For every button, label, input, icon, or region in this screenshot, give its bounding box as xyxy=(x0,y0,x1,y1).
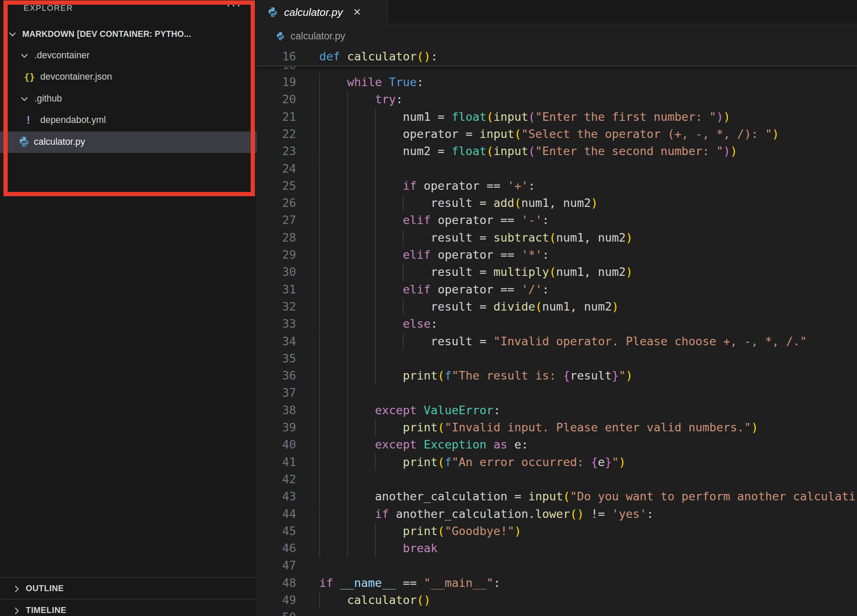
code-line-37[interactable]: 37 xyxy=(258,384,857,401)
line-number: 30 xyxy=(258,263,296,281)
chevron-right-icon xyxy=(12,584,21,594)
line-number: 46 xyxy=(258,540,296,557)
code-text: def calculator(): xyxy=(319,48,437,65)
line-number: 39 xyxy=(258,419,296,436)
python-file-icon xyxy=(18,136,31,149)
explorer-actions-icon[interactable]: ··· xyxy=(226,0,242,12)
close-icon[interactable]: ✕ xyxy=(353,6,361,18)
tree-item--github[interactable]: .github xyxy=(0,88,257,110)
line-number: 49 xyxy=(258,592,296,609)
line-number: 38 xyxy=(258,402,296,419)
explorer-sidebar: EXPLORER ··· MARKDOWN [DEV CONTAINER: PY… xyxy=(0,0,257,616)
code-text: print(f"An error occurred: {e}") xyxy=(319,454,626,471)
code-line-47[interactable]: 47 xyxy=(258,557,857,574)
code-text: num2 = float(input("Enter the second num… xyxy=(319,143,737,160)
code-line-44[interactable]: 44 if another_calculation.lower() != 'ye… xyxy=(258,505,857,523)
indent-guide xyxy=(319,471,320,488)
code-line-41[interactable]: 41 print(f"An error occurred: {e}") xyxy=(258,454,857,471)
code-line-19[interactable]: 19 while True: xyxy=(258,74,857,91)
python-icon xyxy=(276,31,285,41)
explorer-title: EXPLORER xyxy=(24,3,73,13)
line-number: 35 xyxy=(258,350,296,367)
indent-guide xyxy=(347,471,348,488)
code-line-34[interactable]: 34 result = "Invalid operator. Please ch… xyxy=(258,333,857,350)
line-number: 48 xyxy=(258,574,296,592)
code-line-31[interactable]: 31 elif operator == '/': xyxy=(258,281,857,298)
indent-guide xyxy=(319,160,320,177)
breadcrumb-file-item[interactable]: calculator.py xyxy=(291,30,345,42)
outline-panel-header[interactable]: OUTLINE xyxy=(0,577,257,599)
line-number: 45 xyxy=(258,523,296,540)
tab-calculator-py[interactable]: calculator.py ✕ xyxy=(258,0,388,24)
line-number: 42 xyxy=(258,471,296,488)
code-line-49[interactable]: 49 calculator() xyxy=(258,592,857,609)
line-number: 41 xyxy=(258,454,296,471)
code-line-46[interactable]: 46 break xyxy=(258,540,857,557)
code-text: num1 = float(input("Enter the first numb… xyxy=(319,108,730,126)
editor-group: calculator.py ✕ calculator.py 1819 while… xyxy=(258,0,857,616)
code-line-32[interactable]: 32 result = divide(num1, num2) xyxy=(258,298,857,315)
code-line-35[interactable]: 35 xyxy=(258,350,857,367)
code-line-30[interactable]: 30 result = multiply(num1, num2) xyxy=(258,263,857,281)
tree-item-label: devcontainer.json xyxy=(40,72,112,82)
indent-guide xyxy=(347,384,348,401)
line-number: 16 xyxy=(258,48,296,65)
tree-item-devcontainer-json[interactable]: {}devcontainer.json xyxy=(0,66,257,88)
code-line-29[interactable]: 29 elif operator == '*': xyxy=(258,246,857,263)
code-line-43[interactable]: 43 another_calculation = input("Do you w… xyxy=(258,488,857,505)
line-number: 36 xyxy=(258,367,296,384)
line-number: 40 xyxy=(258,436,296,453)
code-line-22[interactable]: 22 operator = input("Select the operator… xyxy=(258,126,857,143)
code-text: if __name__ == "__main__": xyxy=(319,574,500,592)
code-line-23[interactable]: 23 num2 = float(input("Enter the second … xyxy=(258,143,857,160)
line-number: 23 xyxy=(258,143,296,160)
code-text: while True: xyxy=(319,74,424,91)
tree-item-label: calculator.py xyxy=(34,137,85,147)
code-line-24[interactable]: 24 xyxy=(258,160,857,177)
code-line-21[interactable]: 21 num1 = float(input("Enter the first n… xyxy=(258,108,857,126)
code-editor[interactable]: 1819 while True:20 try:21 num1 = float(i… xyxy=(258,48,857,616)
line-number: 47 xyxy=(258,557,296,574)
code-line-33[interactable]: 33 else: xyxy=(258,315,857,332)
dependabot-file-icon: ! xyxy=(27,114,39,127)
sticky-scroll-line[interactable]: 16def calculator(): xyxy=(258,48,857,66)
code-text: elif operator == '-': xyxy=(319,212,549,229)
tree-item--devcontainer[interactable]: .devcontainer xyxy=(0,45,257,66)
tree-item-label: .devcontainer xyxy=(34,50,90,61)
code-line-38[interactable]: 38 except ValueError: xyxy=(258,402,857,419)
code-line-40[interactable]: 40 except Exception as e: xyxy=(258,436,857,453)
code-line-42[interactable]: 42 xyxy=(258,471,857,488)
python-file-icon xyxy=(276,31,285,41)
code-text: if another_calculation.lower() != 'yes': xyxy=(319,505,653,523)
code-text: operator = input("Select the operator (+… xyxy=(319,126,779,143)
code-line-26[interactable]: 26 result = add(num1, num2) xyxy=(258,194,857,212)
code-line-25[interactable]: 25 if operator == '+': xyxy=(258,177,857,194)
tab-title: calculator.py xyxy=(284,6,343,18)
code-line-50[interactable]: 50 xyxy=(258,609,857,616)
code-text: else: xyxy=(319,315,437,332)
code-text: another_calculation = input("Do you want… xyxy=(319,488,856,505)
python-icon xyxy=(18,136,30,148)
workspace-section-header[interactable]: MARKDOWN [DEV CONTAINER: PYTHO... xyxy=(0,24,257,45)
line-number: 25 xyxy=(258,177,296,194)
code-text: result = subtract(num1, num2) xyxy=(319,229,633,246)
code-line-20[interactable]: 20 try: xyxy=(258,91,857,108)
indent-guide xyxy=(319,350,320,367)
tree-item-dependabot-yml[interactable]: !dependabot.yml xyxy=(0,110,257,131)
code-line-45[interactable]: 45 print("Goodbye!") xyxy=(258,523,857,540)
code-line-39[interactable]: 39 print("Invalid input. Please enter va… xyxy=(258,419,857,436)
code-text: print("Invalid input. Please enter valid… xyxy=(319,419,758,436)
line-number: 19 xyxy=(258,74,296,91)
tree-item-label: .github xyxy=(34,93,62,104)
code-line-27[interactable]: 27 elif operator == '-': xyxy=(258,212,857,229)
indent-guide xyxy=(347,350,348,367)
timeline-panel-header[interactable]: TIMELINE xyxy=(0,599,257,616)
breadcrumb: calculator.py xyxy=(258,24,857,48)
tree-item-calculator-py[interactable]: calculator.py xyxy=(0,132,257,153)
code-line-36[interactable]: 36 print(f"The result is: {result}") xyxy=(258,367,857,384)
chevron-down-icon xyxy=(20,51,29,60)
line-number: 28 xyxy=(258,229,296,246)
code-line-48[interactable]: 48if __name__ == "__main__": xyxy=(258,574,857,592)
code-line-28[interactable]: 28 result = subtract(num1, num2) xyxy=(258,229,857,246)
code-text: if operator == '+': xyxy=(319,177,535,194)
